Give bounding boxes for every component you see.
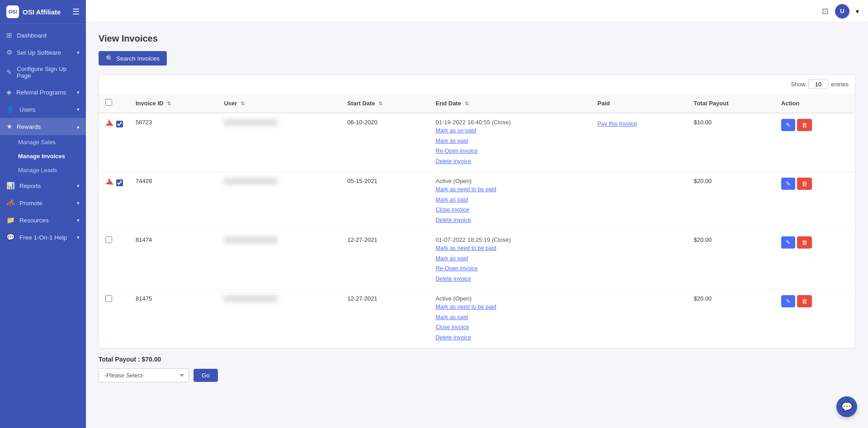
col-paid: Paid (591, 94, 688, 113)
edit-button[interactable]: ✎ (781, 236, 795, 249)
user-cell (217, 231, 341, 290)
sidebar-item-label: Promote (19, 200, 42, 207)
action-link[interactable]: Mark as paid (436, 254, 585, 264)
end-date-status: 01-07-2022 18:25:19 (Close) (436, 236, 511, 243)
chevron-down-icon: ▾ (77, 183, 80, 189)
user-name-blurred (224, 236, 278, 244)
action-cell: ✎🗑 (775, 231, 855, 290)
action-link[interactable]: Close invoice (436, 205, 585, 215)
delete-button[interactable]: 🗑 (797, 119, 812, 131)
entries-input[interactable] (808, 80, 828, 89)
invoice-id-cell: 81475 (129, 290, 217, 348)
action-link[interactable]: Delete invoice (436, 274, 585, 284)
action-link[interactable]: Mark as need to be paid (436, 184, 585, 195)
table-row: ➤5872306-10-202001-19-2022 16:40:55 (Clo… (99, 113, 855, 172)
action-link[interactable]: Delete invoice (436, 156, 585, 167)
pay-invoice-link[interactable]: Pay this Invoice (598, 119, 681, 129)
user-name-blurred (224, 178, 278, 185)
action-link[interactable]: Mark as need to be paid (436, 243, 585, 254)
sidebar-item-label: Rewards (17, 123, 41, 130)
avatar-chevron-icon[interactable]: ▾ (856, 8, 859, 15)
end-date-cell: Active (Open)Mark as need to be paidMark… (429, 290, 591, 348)
chat-bubble[interactable]: 💬 (836, 396, 857, 417)
sidebar-item-promote[interactable]: 📣 Promote ▾ (0, 194, 86, 212)
start-date-cell: 12-27-2021 (341, 231, 429, 290)
row-checkbox[interactable] (116, 121, 123, 127)
sidebar-item-dashboard[interactable]: ⊞ Dashboard (0, 27, 86, 44)
select-all-header (99, 94, 129, 113)
action-link[interactable]: Mark as paid (436, 136, 585, 146)
end-date-cell: Active (Open)Mark as need to be paidMark… (429, 172, 591, 231)
action-link[interactable]: Close invoice (436, 322, 585, 333)
sidebar-item-setup-software[interactable]: ⚙ Set Up Software ▾ (0, 44, 86, 61)
end-date-cell: 01-19-2022 16:40:55 (Close)Mark as un-pa… (429, 113, 591, 172)
paid-cell (591, 172, 688, 231)
delete-button[interactable]: 🗑 (797, 236, 812, 249)
window-icon[interactable]: ⊡ (822, 6, 829, 16)
paid-cell: Pay this Invoice (591, 113, 688, 172)
edit-button[interactable]: ✎ (781, 295, 795, 307)
sort-icon: ⇅ (378, 101, 382, 106)
sidebar-item-users[interactable]: 👤 Users ▾ (0, 101, 86, 118)
sidebar-item-free-help[interactable]: 💬 Free 1-On-1 Help ▾ (0, 229, 86, 246)
action-link[interactable]: Re-Open invoice (436, 263, 585, 274)
arrow-indicator: ➤ (104, 118, 116, 130)
edit-button[interactable]: ✎ (781, 178, 795, 190)
action-link[interactable]: Mark as need to be paid (436, 302, 585, 312)
go-button[interactable]: Go (193, 369, 218, 382)
sidebar-item-reports[interactable]: 📊 Reports ▾ (0, 177, 86, 194)
action-link[interactable]: Re-Open invoice (436, 146, 585, 156)
arrow-indicator: ➤ (104, 176, 116, 189)
sidebar-item-resources[interactable]: 📁 Resources ▾ (0, 212, 86, 229)
delete-button[interactable]: 🗑 (797, 178, 812, 190)
action-link[interactable]: Mark as un-paid (436, 126, 585, 136)
referral-icon: ◈ (6, 88, 12, 96)
delete-button[interactable]: 🗑 (797, 295, 812, 307)
table-row: ➤7442805-15-2021Active (Open)Mark as nee… (99, 172, 855, 231)
sidebar-item-rewards[interactable]: ★ Rewards ▴ (0, 118, 86, 135)
rewards-icon: ★ (6, 122, 12, 131)
dashboard-icon: ⊞ (6, 31, 12, 39)
sidebar-subitem-manage-sales[interactable]: Manage Sales (0, 135, 86, 149)
sidebar-subitem-manage-leads[interactable]: Manage Leads (0, 163, 86, 177)
row-checkbox[interactable] (116, 179, 123, 186)
action-cell: ✎🗑 (775, 290, 855, 348)
invoice-id-cell: 74428 (129, 172, 217, 231)
edit-button[interactable]: ✎ (781, 119, 795, 131)
col-start-date: Start Date ⇅ (341, 94, 429, 113)
user-avatar[interactable]: U (835, 4, 849, 19)
row-checkbox[interactable] (105, 236, 112, 243)
action-link[interactable]: Mark as paid (436, 312, 585, 323)
search-invoices-button[interactable]: 🔍 Search Invoices (99, 51, 167, 66)
total-payout-cell: $20.00 (687, 290, 775, 348)
users-icon: 👤 (6, 105, 15, 113)
col-end-date: End Date ⇅ (429, 94, 591, 113)
app-name: OSI Affiliate (23, 8, 61, 16)
sidebar-subitem-label: Manage Sales (18, 139, 56, 146)
sidebar-item-referral-programs[interactable]: ◈ Referral Programs ▾ (0, 84, 86, 101)
invoices-tbody: ➤5872306-10-202001-19-2022 16:40:55 (Clo… (99, 113, 855, 348)
sidebar-subitem-manage-invoices[interactable]: Manage Invoices (0, 149, 86, 163)
select-all-checkbox[interactable] (105, 99, 112, 106)
row-checkbox[interactable] (105, 295, 112, 302)
total-payout: Total Payout : $70.00 (99, 356, 855, 363)
chevron-up-icon: ▴ (77, 124, 80, 130)
paid-cell (591, 231, 688, 290)
bulk-action-select[interactable]: -Please Select- (99, 368, 189, 382)
sidebar-item-label: Resources (19, 217, 49, 224)
paid-cell (591, 290, 688, 348)
action-link[interactable]: Delete invoice (436, 333, 585, 343)
app-logo: OSI (6, 5, 19, 18)
resources-icon: 📁 (6, 216, 15, 224)
sidebar-item-configure-signup[interactable]: ✎ Configure Sign Up Page (0, 61, 86, 84)
sidebar-item-label: Dashboard (17, 32, 47, 39)
main-content: ⊡ U ▾ View Invoices 🔍 Search Invoices Sh… (86, 0, 868, 428)
action-link[interactable]: Delete invoice (436, 215, 585, 226)
topbar: ⊡ U ▾ (86, 0, 868, 23)
chevron-down-icon: ▾ (77, 217, 80, 223)
sort-icon: ⇅ (465, 101, 469, 106)
hamburger-icon[interactable]: ☰ (72, 7, 80, 17)
end-date-status: 01-19-2022 16:40:55 (Close) (436, 119, 511, 126)
action-link[interactable]: Mark as paid (436, 195, 585, 205)
bulk-action-row: -Please Select- Go (99, 368, 855, 382)
